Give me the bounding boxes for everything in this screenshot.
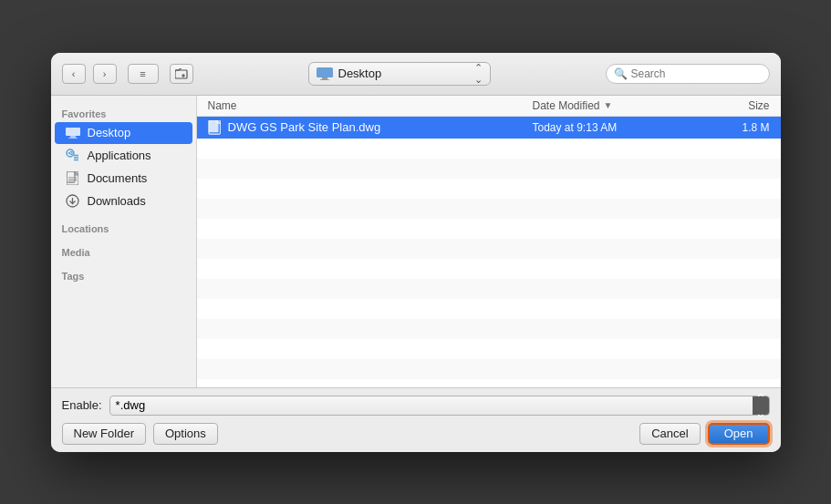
location-dropdown[interactable]: Desktop ⌃⌄ — [308, 62, 491, 86]
downloads-icon — [66, 194, 80, 209]
locations-label: Locations — [51, 218, 196, 236]
svg-point-9 — [67, 149, 74, 157]
desktop-sidebar-icon — [66, 126, 80, 140]
sidebar-item-downloads[interactable]: Downloads — [55, 190, 192, 212]
empty-file-area — [197, 139, 781, 387]
view-options-button[interactable]: ≡ — [128, 64, 159, 84]
enable-dropdown[interactable]: *.dwg ⌃⌄ — [109, 396, 770, 416]
enable-row: Enable: *.dwg ⌃⌄ — [62, 396, 770, 416]
search-input[interactable] — [631, 67, 762, 80]
sidebar-item-downloads-label: Downloads — [88, 194, 146, 208]
sort-arrow-icon: ▼ — [604, 100, 613, 110]
sidebar-item-documents-label: Documents — [88, 171, 148, 185]
documents-icon — [66, 171, 80, 186]
applications-icon — [66, 149, 80, 163]
file-date: Today at 9:13 AM — [533, 121, 697, 134]
file-area: Name Date Modified ▼ Size DWG GS Park S — [197, 96, 781, 387]
table-row[interactable]: DWG GS Park Site Plan.dwg Today at 9:13 … — [197, 117, 781, 139]
tags-label: Tags — [51, 265, 196, 283]
forward-button[interactable]: › — [93, 64, 117, 84]
button-row: New Folder Options Cancel Open — [62, 423, 770, 445]
svg-rect-7 — [70, 136, 76, 138]
open-button[interactable]: Open — [708, 423, 770, 445]
svg-rect-8 — [68, 138, 78, 139]
file-list-header: Name Date Modified ▼ Size — [197, 96, 781, 117]
search-icon: 🔍 — [614, 67, 628, 80]
main-content: Favorites Desktop — [51, 96, 781, 387]
svg-rect-3 — [317, 67, 333, 77]
enable-dropdown-arrow: ⌃⌄ — [753, 396, 769, 415]
chevron-updown-icon: ⌃⌄ — [474, 62, 483, 86]
options-button[interactable]: Options — [153, 423, 218, 445]
back-button[interactable]: ‹ — [62, 64, 86, 84]
desktop-icon — [317, 67, 333, 80]
sidebar-item-desktop[interactable]: Desktop — [55, 122, 192, 144]
sidebar-item-applications-label: Applications — [88, 149, 151, 162]
left-buttons: New Folder Options — [62, 423, 218, 445]
file-size: 1.8 M — [697, 121, 770, 134]
sidebar-item-applications[interactable]: Applications — [55, 145, 192, 167]
cancel-button[interactable]: Cancel — [639, 423, 700, 445]
svg-rect-0 — [175, 70, 187, 78]
favorites-label: Favorites — [51, 103, 196, 121]
open-dialog: ‹ › ≡ — [51, 53, 781, 452]
bottom-bar: Enable: *.dwg ⌃⌄ New Folder Options Canc… — [51, 387, 781, 452]
svg-rect-16 — [67, 171, 75, 182]
sidebar: Favorites Desktop — [51, 96, 197, 387]
column-name: Name — [208, 99, 533, 112]
new-folder-icon-button[interactable] — [170, 64, 193, 84]
svg-rect-4 — [322, 77, 327, 79]
svg-rect-5 — [320, 79, 329, 80]
titlebar: ‹ › ≡ — [51, 53, 781, 96]
column-size: Size — [697, 99, 770, 112]
media-label: Media — [51, 242, 196, 260]
sidebar-item-documents[interactable]: Documents — [55, 168, 192, 190]
enable-label: Enable: — [62, 398, 102, 412]
right-buttons: Cancel Open — [639, 423, 769, 445]
column-date-modified: Date Modified ▼ — [533, 99, 697, 112]
svg-rect-6 — [66, 128, 80, 136]
new-folder-button[interactable]: New Folder — [62, 423, 146, 445]
search-bar[interactable]: 🔍 — [606, 64, 770, 84]
file-icon — [208, 120, 223, 135]
sidebar-item-desktop-label: Desktop — [88, 126, 131, 139]
